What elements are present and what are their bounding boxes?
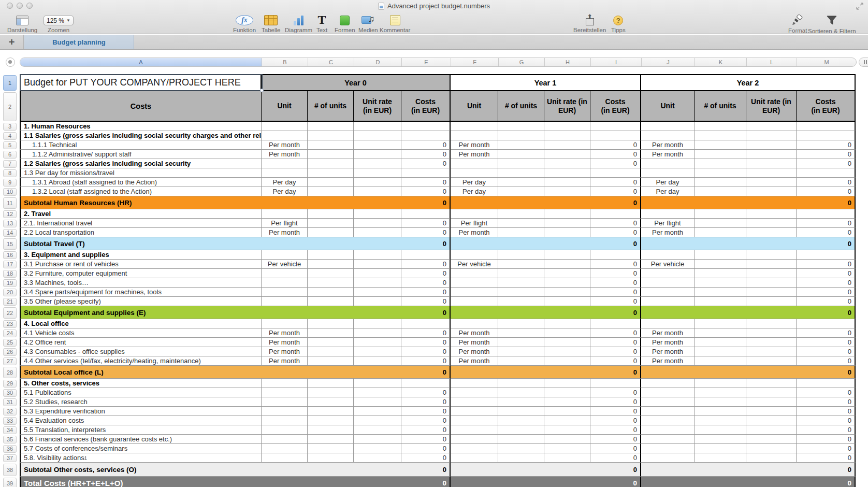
column-header-M[interactable]: M <box>797 58 856 66</box>
column-header-B[interactable]: B <box>262 58 308 66</box>
cell-subheader-C2[interactable]: # of units <box>308 91 354 122</box>
subtotal-segment-28-0[interactable]: 0Subtotal Local office (L) <box>20 366 451 379</box>
cell-C24[interactable] <box>308 328 354 338</box>
cell-C19[interactable] <box>308 278 354 288</box>
cell-C27[interactable] <box>308 356 354 366</box>
cell-C20[interactable] <box>308 288 354 297</box>
cell-K3[interactable] <box>695 122 746 131</box>
table-button[interactable]: Tabelle <box>262 13 280 33</box>
cell-H16[interactable] <box>544 250 590 260</box>
cell-A31[interactable]: 5.2 Studies, research <box>20 397 262 407</box>
cell-B26[interactable]: Per month <box>262 347 308 356</box>
cell-J16[interactable] <box>641 250 695 260</box>
cell-C3[interactable] <box>308 122 354 131</box>
cell-C34[interactable] <box>308 425 354 435</box>
cell-B30[interactable] <box>262 388 308 397</box>
cell-G9[interactable] <box>498 178 544 187</box>
cell-M29[interactable] <box>797 379 856 388</box>
row-header-26[interactable]: 26 <box>3 348 17 356</box>
cell-H3[interactable] <box>544 122 590 131</box>
row-header-32[interactable]: 32 <box>3 408 17 416</box>
cell-K24[interactable] <box>695 328 746 338</box>
cell-H24[interactable] <box>544 328 590 338</box>
cell-D4[interactable] <box>354 131 401 140</box>
column-header-F[interactable]: F <box>451 58 499 66</box>
cell-K14[interactable] <box>695 228 746 237</box>
cell-K18[interactable] <box>695 269 746 278</box>
cell-A8[interactable]: 1.3 Per day for missions/travel <box>20 168 262 178</box>
cell-L25[interactable] <box>746 338 797 347</box>
cell-E25[interactable]: 0 <box>401 338 451 347</box>
cell-H23[interactable] <box>544 319 590 328</box>
cell-C30[interactable] <box>308 388 354 397</box>
cell-E7[interactable]: 0 <box>401 159 451 168</box>
cell-M32[interactable]: 0 <box>797 407 856 416</box>
cell-year-0-header[interactable]: Year 0 <box>262 74 451 91</box>
subtotal-segment-15-2[interactable]: 0 <box>641 237 856 250</box>
cell-H10[interactable] <box>544 187 590 196</box>
cell-D36[interactable] <box>354 444 401 453</box>
cell-H5[interactable] <box>544 140 590 150</box>
cell-L3[interactable] <box>746 122 797 131</box>
cell-K25[interactable] <box>695 338 746 347</box>
cell-H25[interactable] <box>544 338 590 347</box>
cell-L10[interactable] <box>746 187 797 196</box>
cell-subheader-B2[interactable]: Unit <box>262 91 308 122</box>
cell-H12[interactable] <box>544 209 590 219</box>
subtotal-segment-38-1[interactable]: 0 <box>451 463 641 477</box>
cell-A23[interactable]: 4. Local office <box>20 319 262 328</box>
column-header-I[interactable]: I <box>591 58 642 66</box>
cell-A32[interactable]: 5.3 Expenditure verification <box>20 407 262 416</box>
cell-A4[interactable]: 1.1 Salaries (gross salaries including s… <box>20 131 262 140</box>
cell-F24[interactable]: Per month <box>451 328 498 338</box>
cell-E31[interactable]: 0 <box>401 397 451 407</box>
cell-I12[interactable] <box>590 209 641 219</box>
cell-E36[interactable]: 0 <box>401 444 451 453</box>
cell-A1[interactable]: Budget for PUT YOUR COMPANY/PROJECT HERE <box>20 74 262 91</box>
cell-M36[interactable]: 0 <box>797 444 856 453</box>
cell-G21[interactable] <box>498 297 544 306</box>
cell-G8[interactable] <box>498 168 544 178</box>
cell-E37[interactable]: 0 <box>401 453 451 463</box>
cell-E16[interactable] <box>401 250 451 260</box>
tab-budget-planning[interactable]: Budget planning <box>24 35 134 49</box>
cell-H17[interactable] <box>544 260 590 269</box>
cell-C31[interactable] <box>308 397 354 407</box>
row-header-6[interactable]: 6 <box>3 151 17 159</box>
cell-L27[interactable] <box>746 356 797 366</box>
cell-L16[interactable] <box>746 250 797 260</box>
cell-I13[interactable]: 0 <box>590 219 641 228</box>
cell-J7[interactable] <box>641 159 695 168</box>
cell-year-1-header[interactable]: Year 1 <box>451 74 641 91</box>
cell-K12[interactable] <box>695 209 746 219</box>
cell-K36[interactable] <box>695 444 746 453</box>
cell-E4[interactable] <box>401 131 451 140</box>
cell-G13[interactable] <box>498 219 544 228</box>
row-header-1[interactable]: 1 <box>3 75 17 91</box>
cell-C9[interactable] <box>308 178 354 187</box>
cell-M30[interactable]: 0 <box>797 388 856 397</box>
cell-I10[interactable]: 0 <box>590 187 641 196</box>
cell-K7[interactable] <box>695 159 746 168</box>
cell-M12[interactable] <box>797 209 856 219</box>
cell-C8[interactable] <box>308 168 354 178</box>
cell-A26[interactable]: 4.3 Consumables - office supplies <box>20 347 262 356</box>
cell-J12[interactable] <box>641 209 695 219</box>
cell-M25[interactable]: 0 <box>797 338 856 347</box>
cell-F5[interactable]: Per month <box>451 140 498 150</box>
cell-G33[interactable] <box>498 416 544 425</box>
cell-C5[interactable] <box>308 140 354 150</box>
cell-B33[interactable] <box>262 416 308 425</box>
cell-B37[interactable] <box>262 453 308 463</box>
cell-E6[interactable]: 0 <box>401 150 451 159</box>
cell-G37[interactable] <box>498 453 544 463</box>
comment-button[interactable]: Kommentar <box>380 13 410 33</box>
cell-J5[interactable]: Per month <box>641 140 695 150</box>
cell-subheader-I2[interactable]: Costs (in EUR) <box>590 91 641 122</box>
cell-F32[interactable] <box>451 407 498 416</box>
row-header-39[interactable]: 39 <box>3 478 17 487</box>
cell-M6[interactable]: 0 <box>797 150 856 159</box>
row-header-5[interactable]: 5 <box>3 141 17 149</box>
cell-G31[interactable] <box>498 397 544 407</box>
cell-E29[interactable] <box>401 379 451 388</box>
